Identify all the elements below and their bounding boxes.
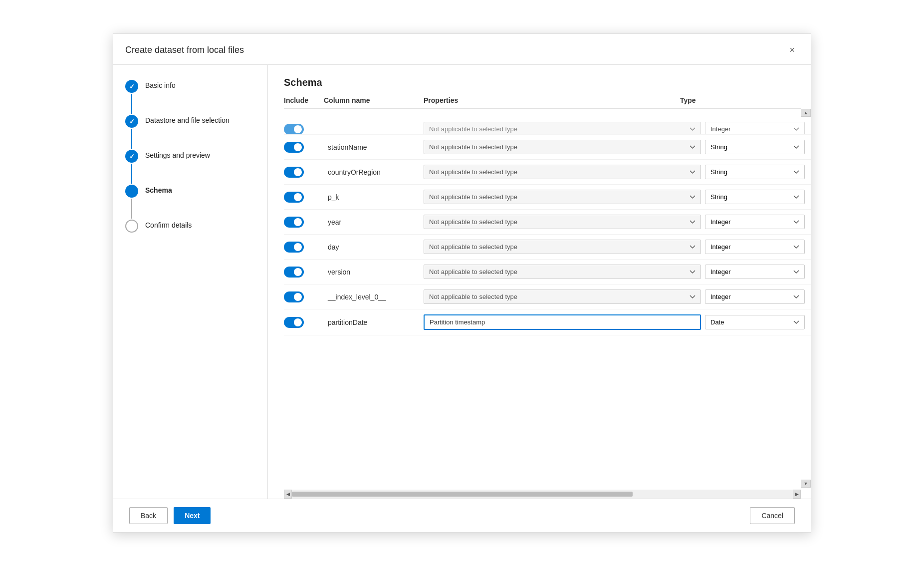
- step-dot-schema: [129, 189, 134, 194]
- sidebar-item-label-confirm: Confirm details: [145, 220, 192, 229]
- props-select-4[interactable]: Not applicable to selected type: [424, 215, 701, 229]
- cell-type-8: Date Boolean Double Integer Long String: [705, 315, 805, 329]
- dialog-footer: Back Next Cancel: [113, 499, 811, 532]
- toggle-5[interactable]: [284, 242, 304, 253]
- cell-type-7: Integer Boolean Date Double Long String: [705, 289, 805, 304]
- table-row: partitionDate Partition timestamp Not ap…: [284, 309, 811, 335]
- table-row: stationName Not applicable to selected t…: [284, 135, 811, 160]
- col-header-include: Include: [284, 96, 324, 104]
- cell-include-1: [284, 142, 324, 153]
- props-select-8[interactable]: Partition timestamp Not applicable to se…: [424, 314, 701, 330]
- cell-type-0: Integer Boolean Date Double Long String: [705, 122, 805, 135]
- step-circle-settings: ✓: [125, 150, 138, 163]
- cell-name-1: stationName: [324, 143, 424, 151]
- cell-name-3: p_k: [324, 193, 424, 201]
- dialog-title: Create dataset from local files: [125, 45, 244, 55]
- toggle-1[interactable]: [284, 142, 304, 153]
- table-row: Not applicable to selected type Integer …: [284, 117, 811, 135]
- toggle-2[interactable]: [284, 167, 304, 178]
- cell-name-5: day: [324, 243, 424, 251]
- dialog-body: ✓ Basic info ✓ Datastore and file select…: [113, 65, 811, 499]
- create-dataset-dialog: Create dataset from local files × ✓ Basi…: [113, 33, 811, 533]
- col-header-type: Type: [680, 96, 780, 104]
- scroll-right-button[interactable]: ▶: [793, 490, 801, 499]
- table-row: __index_level_0__ Not applicable to sele…: [284, 284, 811, 309]
- cell-include-2: [284, 167, 324, 178]
- type-select-2[interactable]: String Boolean Date Double Integer Long: [705, 165, 805, 179]
- main-content: Schema Include Column name Properties Ty…: [268, 65, 811, 499]
- props-select-0[interactable]: Not applicable to selected type: [424, 122, 701, 135]
- scroll-down-button[interactable]: ▼: [801, 480, 811, 488]
- dialog-header: Create dataset from local files ×: [113, 34, 811, 65]
- step-item-datastore: ✓ Datastore and file selection: [125, 115, 255, 150]
- h-scrollbar[interactable]: ◀ ▶: [284, 490, 801, 499]
- table-row: p_k Not applicable to selected type Stri…: [284, 185, 811, 210]
- toggle-7[interactable]: [284, 291, 304, 302]
- step-line-2: [131, 129, 132, 149]
- cell-props-3: Not applicable to selected type: [424, 190, 705, 204]
- type-select-6[interactable]: Integer Boolean Date Double Long String: [705, 265, 805, 279]
- props-select-7[interactable]: Not applicable to selected type: [424, 289, 701, 304]
- cell-props-4: Not applicable to selected type: [424, 215, 705, 229]
- step-item-confirm: Confirm details: [125, 220, 255, 233]
- step-connector-confirm: [125, 220, 138, 233]
- cell-props-6: Not applicable to selected type: [424, 265, 705, 279]
- cell-type-1: String Boolean Date Double Integer Long: [705, 140, 805, 154]
- toggle-0[interactable]: [284, 124, 304, 135]
- props-select-1[interactable]: Not applicable to selected type: [424, 140, 701, 154]
- toggle-6[interactable]: [284, 267, 304, 278]
- props-select-6[interactable]: Not applicable to selected type: [424, 265, 701, 279]
- scroll-up-button[interactable]: ▲: [801, 109, 811, 117]
- step-circle-datastore: ✓: [125, 115, 138, 128]
- step-item-schema: Schema: [125, 185, 255, 220]
- schema-table-wrap: Include Column name Properties Type ▲: [268, 96, 811, 499]
- table-row: year Not applicable to selected type Int…: [284, 210, 811, 235]
- step-connector-settings: ✓: [125, 150, 138, 185]
- cell-name-2: countryOrRegion: [324, 168, 424, 176]
- type-select-8[interactable]: Date Boolean Double Integer Long String: [705, 315, 805, 329]
- section-title: Schema: [268, 77, 811, 96]
- cell-type-6: Integer Boolean Date Double Long String: [705, 265, 805, 279]
- cancel-button[interactable]: Cancel: [750, 507, 795, 524]
- cell-include-6: [284, 267, 324, 278]
- table-row: version Not applicable to selected type …: [284, 260, 811, 284]
- step-line-3: [131, 164, 132, 184]
- toggle-3[interactable]: [284, 192, 304, 203]
- close-button[interactable]: ×: [785, 43, 799, 57]
- step-circle-schema: [125, 185, 138, 198]
- step-item-basic-info: ✓ Basic info: [125, 80, 255, 115]
- cell-include-8: [284, 317, 324, 328]
- toggle-4[interactable]: [284, 217, 304, 228]
- step-circle-basic-info: ✓: [125, 80, 138, 93]
- type-select-4[interactable]: Integer Boolean Date Double Long String: [705, 215, 805, 229]
- cell-include-0: [284, 124, 324, 135]
- scroll-left-button[interactable]: ◀: [284, 490, 292, 499]
- cell-props-5: Not applicable to selected type: [424, 240, 705, 254]
- type-select-0[interactable]: Integer Boolean Date Double Long String: [705, 122, 805, 135]
- props-select-5[interactable]: Not applicable to selected type: [424, 240, 701, 254]
- next-button[interactable]: Next: [174, 507, 211, 524]
- back-button[interactable]: Back: [129, 507, 168, 524]
- cell-name-7: __index_level_0__: [324, 293, 424, 301]
- sidebar: ✓ Basic info ✓ Datastore and file select…: [113, 65, 268, 499]
- type-select-5[interactable]: Integer Boolean Date Double Long String: [705, 240, 805, 254]
- props-select-2[interactable]: Not applicable to selected type: [424, 165, 701, 179]
- step-connector-datastore: ✓: [125, 115, 138, 150]
- cell-name-6: version: [324, 268, 424, 276]
- table-header: Include Column name Properties Type: [284, 96, 801, 109]
- cell-include-7: [284, 291, 324, 302]
- footer-left: Back Next: [129, 507, 211, 524]
- cell-name-4: year: [324, 218, 424, 226]
- step-circle-confirm: [125, 220, 138, 233]
- props-select-3[interactable]: Not applicable to selected type: [424, 190, 701, 204]
- type-select-7[interactable]: Integer Boolean Date Double Long String: [705, 289, 805, 304]
- table-inner[interactable]: Not applicable to selected type Integer …: [284, 117, 811, 480]
- type-select-3[interactable]: String Boolean Date Double Integer Long: [705, 190, 805, 204]
- sidebar-item-label-basic-info: Basic info: [145, 80, 176, 89]
- cell-type-4: Integer Boolean Date Double Long String: [705, 215, 805, 229]
- step-check-datastore: ✓: [129, 118, 135, 125]
- sidebar-item-label-datastore: Datastore and file selection: [145, 115, 230, 124]
- toggle-8[interactable]: [284, 317, 304, 328]
- step-connector-schema: [125, 185, 138, 220]
- type-select-1[interactable]: String Boolean Date Double Integer Long: [705, 140, 805, 154]
